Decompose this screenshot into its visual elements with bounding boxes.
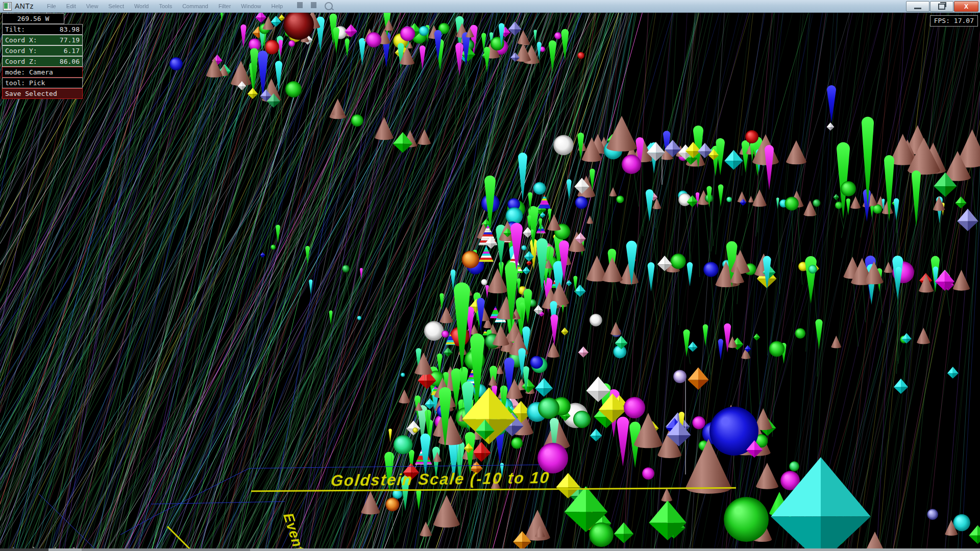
menu-item-window[interactable]: Window <box>241 3 261 9</box>
3d-viewport[interactable] <box>0 0 980 551</box>
hud-coord-z: Coord Z:86.06 <box>2 56 83 67</box>
hud-heading: 269.56 W <box>2 13 64 24</box>
close-icon: X <box>964 3 968 10</box>
window-bottom-border <box>0 548 980 551</box>
app-icon <box>3 2 12 11</box>
menu-item-view[interactable]: View <box>86 3 99 9</box>
minimize-button[interactable] <box>906 1 929 12</box>
menu-item-edit[interactable]: Edit <box>66 3 76 9</box>
scale-title-label: Goldstein Scale (-10 to 10 <box>330 469 551 490</box>
toolbar-icon-2[interactable] <box>311 2 316 8</box>
search-icon[interactable] <box>325 2 333 10</box>
hud-mode-toggle[interactable]: mode: Camera <box>2 67 83 78</box>
menu-item-tools[interactable]: Tools <box>159 3 172 9</box>
save-selected-button[interactable]: Save Selected <box>2 88 83 99</box>
menu-item-world[interactable]: World <box>134 3 149 9</box>
title-bar[interactable]: ANTz FileEditViewSelectWorldToolsCommand… <box>0 0 980 13</box>
antz-window: ANTz FileEditViewSelectWorldToolsCommand… <box>0 0 980 551</box>
toolbar-icons <box>297 2 333 10</box>
restore-button[interactable] <box>930 1 953 12</box>
toolbar-icon-1[interactable] <box>297 2 303 8</box>
minimize-icon <box>914 8 921 9</box>
fps-counter: FPS: 17.07 <box>930 15 978 27</box>
hud-coord-y: Coord Y:6.17 <box>2 45 83 56</box>
menu-bar: FileEditViewSelectWorldToolsCommandFilte… <box>47 3 283 9</box>
window-title: ANTz <box>15 2 34 10</box>
menu-item-command[interactable]: Command <box>182 3 208 9</box>
hud-tilt: Tilt:83.98 <box>2 24 83 35</box>
console-output: subsample nodes: 1 subsample nodes: 1 su… <box>4 523 76 551</box>
close-button[interactable]: X <box>954 1 978 12</box>
menu-item-file[interactable]: File <box>47 3 56 9</box>
restore-icon <box>938 4 945 10</box>
hud-coord-x: Coord X:77.19 <box>2 35 83 45</box>
hud-tool-toggle[interactable]: tool: Pick <box>2 78 83 88</box>
menu-item-help[interactable]: Help <box>271 3 283 9</box>
menu-item-select[interactable]: Select <box>108 3 124 9</box>
menu-item-filter[interactable]: Filter <box>218 3 231 9</box>
